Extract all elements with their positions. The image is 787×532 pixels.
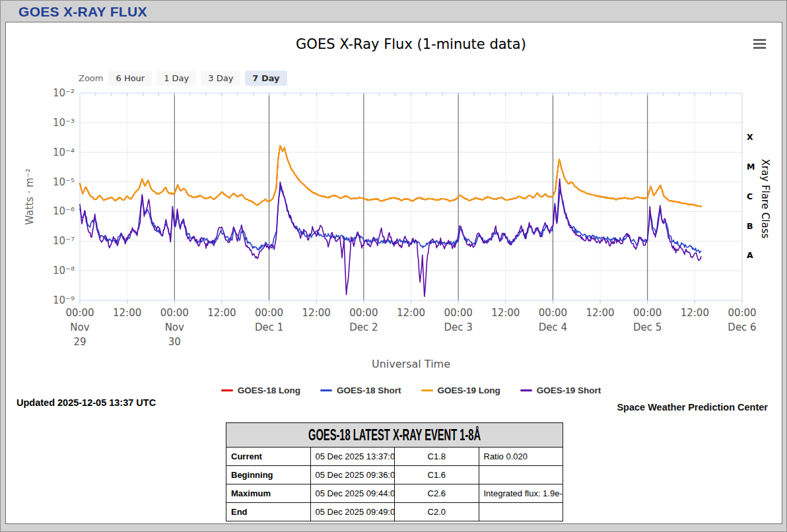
table-row-end: End 05 Dec 2025 09:49:00 GMT C2.0 [226, 503, 563, 521]
row-note [479, 503, 563, 521]
legend-item-goes18-short[interactable]: GOES-18 Short [320, 385, 401, 395]
table-row-beginning: Beginning 05 Dec 2025 09:36:00 GMT C1.6 [226, 466, 563, 484]
row-note: Ratio 0.020 [479, 448, 563, 466]
legend-label: GOES-18 Long [238, 385, 300, 395]
flux-chart-plot-area[interactable] [1, 1, 787, 311]
y-tick-label: 10⁻² [24, 86, 75, 100]
y-tick-label: 10⁻⁸ [24, 264, 75, 277]
y-tick-label: 10⁻⁴ [24, 146, 75, 159]
legend-label: GOES-18 Short [337, 385, 401, 395]
row-label: End [226, 503, 311, 521]
swpc-credit: Space Weather Prediction Center [617, 402, 768, 413]
chart-legend: GOES-18 Long GOES-18 Short GOES-19 Long … [80, 385, 742, 395]
row-note [479, 466, 563, 484]
legend-swatch-goes18-short [320, 389, 332, 391]
updated-timestamp: Updated 2025-12-05 13:37 UTC [17, 397, 156, 408]
row-label: Current [226, 448, 311, 466]
event-table-title: GOES-18 LATEST X-RAY EVENT 1-8Å [308, 426, 481, 444]
xray-event-table: GOES-18 LATEST X-RAY EVENT 1-8Å Current … [226, 422, 563, 521]
table-row-current: Current 05 Dec 2025 13:37:00 GMT C1.8 Ra… [226, 448, 563, 466]
y-tick-label: 10⁻⁷ [24, 234, 75, 248]
x-tick-label: 00:00Dec 6 [710, 306, 774, 335]
row-time: 05 Dec 2025 09:36:00 GMT [310, 466, 395, 484]
flare-class-label: X [747, 132, 753, 142]
legend-item-goes19-short[interactable]: GOES-19 Short [520, 385, 601, 395]
row-label: Maximum [226, 484, 311, 503]
row-label: Beginning [226, 466, 311, 484]
row-class: C2.6 [395, 484, 479, 503]
legend-item-goes18-long[interactable]: GOES-18 Long [221, 385, 300, 395]
right-axis-title: Xray Flare Class [759, 159, 771, 239]
row-class: C1.6 [395, 466, 479, 484]
legend-swatch-goes19-long [421, 389, 433, 391]
legend-item-goes19-long[interactable]: GOES-19 Long [421, 385, 500, 395]
event-table-header: GOES-18 LATEST X-RAY EVENT 1-8Å [226, 423, 563, 448]
y-tick-label: 10⁻⁹ [24, 294, 75, 307]
y-tick-label: 10⁻³ [24, 116, 75, 129]
flare-class-label: M [747, 162, 755, 172]
page: GOES X-RAY FLUX GOES X-Ray Flux (1-minut… [0, 0, 787, 532]
legend-label: GOES-19 Long [438, 385, 500, 395]
legend-swatch-goes18-long [221, 389, 233, 391]
row-class: C2.0 [395, 503, 479, 521]
row-time: 05 Dec 2025 09:44:00 GMT [310, 484, 395, 503]
legend-label: GOES-19 Short [537, 385, 601, 395]
legend-swatch-goes19-short [520, 389, 532, 391]
table-row-maximum: Maximum 05 Dec 2025 09:44:00 GMT C2.6 In… [226, 484, 563, 503]
row-time: 05 Dec 2025 13:37:00 GMT [310, 448, 395, 466]
row-time: 05 Dec 2025 09:49:00 GMT [310, 503, 395, 521]
row-note: Integrated flux: 1.9e-3 J m⁻² [479, 484, 563, 503]
flare-class-label: C [747, 191, 753, 201]
x-axis-title: Universal Time [80, 358, 742, 370]
y-axis-title: Watts · m⁻² [24, 168, 36, 225]
flare-class-label: A [747, 250, 753, 260]
row-class: C1.8 [395, 448, 479, 466]
flare-class-label: B [747, 221, 753, 231]
